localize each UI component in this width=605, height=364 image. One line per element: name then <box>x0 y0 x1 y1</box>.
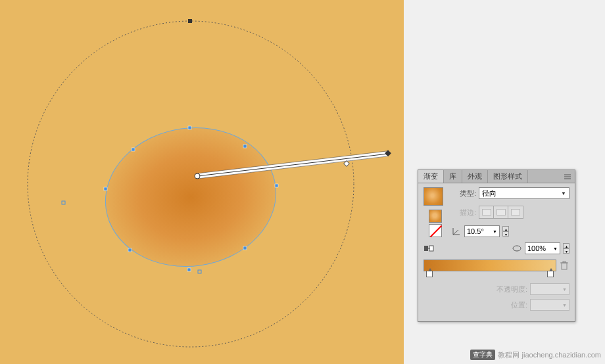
step-up-icon[interactable]: ▴ <box>502 226 509 231</box>
panel-menu-icon[interactable] <box>563 172 572 181</box>
chevron-down-icon: ▼ <box>562 303 567 307</box>
gradient-stop-start[interactable] <box>426 271 433 277</box>
gradient-swatch-small[interactable] <box>429 210 442 223</box>
angle-stepper[interactable]: ▴ ▾ <box>502 226 509 237</box>
stroke-along-icon[interactable] <box>494 206 508 218</box>
aspect-ratio-icon <box>512 244 522 253</box>
location-input: ▼ <box>530 299 569 311</box>
trash-icon[interactable] <box>560 261 569 270</box>
step-up-icon[interactable]: ▴ <box>563 243 569 248</box>
stroke-within-icon[interactable] <box>479 206 494 218</box>
gradient-panel: 渐变 库 外观 图形样式 类型: 径向 ▼ <box>418 170 575 322</box>
gradient-ramp[interactable] <box>424 260 556 271</box>
bbox-handle[interactable] <box>198 270 201 273</box>
anchor-point[interactable] <box>187 268 191 271</box>
chevron-down-icon: ▼ <box>493 229 497 234</box>
bbox-handle[interactable] <box>62 201 65 204</box>
gradient-fill-swatch[interactable] <box>424 187 443 206</box>
tab-library[interactable]: 库 <box>444 170 462 183</box>
chevron-down-icon: ▼ <box>553 246 558 251</box>
svg-rect-6 <box>344 161 349 166</box>
selected-shape[interactable] <box>97 117 285 277</box>
step-down-icon[interactable]: ▾ <box>502 231 509 237</box>
panel-tabs: 渐变 库 外观 图形样式 <box>418 170 575 183</box>
opacity-label: 不透明度: <box>496 284 527 294</box>
tab-appearance[interactable]: 外观 <box>462 170 488 183</box>
angle-value: 10.5° <box>467 227 484 235</box>
watermark-logo: 查字典 <box>470 350 495 360</box>
anchor-point[interactable] <box>132 148 135 151</box>
reverse-gradient-icon[interactable] <box>424 244 434 253</box>
step-down-icon[interactable]: ▾ <box>563 248 569 254</box>
svg-rect-13 <box>562 263 567 269</box>
location-label: 位置: <box>502 300 527 310</box>
svg-rect-15 <box>563 262 566 263</box>
watermark-text: 教程网 jiaocheng.chazidian.com <box>498 350 601 360</box>
anchor-point[interactable] <box>243 246 247 250</box>
angle-icon <box>451 227 462 236</box>
watermark: 查字典 教程网 jiaocheng.chazidian.com <box>470 350 601 360</box>
canvas-area[interactable] <box>0 0 404 364</box>
stroke-label: 描边: <box>451 208 476 217</box>
tab-graphic-styles[interactable]: 图形样式 <box>488 170 528 183</box>
chevron-down-icon: ▼ <box>561 191 566 196</box>
svg-point-12 <box>513 246 521 251</box>
stroke-across-icon[interactable] <box>508 206 523 218</box>
gradient-type-dropdown[interactable]: 径向 ▼ <box>479 187 569 199</box>
anchor-point[interactable] <box>188 19 192 23</box>
anchor-point[interactable] <box>128 248 132 252</box>
type-label: 类型: <box>451 189 476 198</box>
stroke-alignment-group <box>479 206 523 219</box>
aspect-stepper[interactable]: ▴ ▾ <box>563 243 569 254</box>
svg-point-4 <box>195 173 200 179</box>
type-value: 径向 <box>482 189 496 198</box>
anchor-point[interactable] <box>104 187 107 191</box>
anchor-point[interactable] <box>243 145 247 148</box>
aspect-input[interactable]: 100% ▼ <box>525 242 560 254</box>
anchor-point[interactable] <box>188 126 191 129</box>
angle-input[interactable]: 10.5° ▼ <box>464 225 500 237</box>
no-fill-swatch[interactable] <box>429 224 442 237</box>
opacity-input: ▼ <box>530 283 569 295</box>
anchor-point[interactable] <box>275 184 278 187</box>
gradient-stop-end[interactable] <box>547 271 554 277</box>
chevron-down-icon: ▼ <box>562 287 567 292</box>
aspect-value: 100% <box>527 244 546 252</box>
tab-gradient[interactable]: 渐变 <box>418 170 444 183</box>
